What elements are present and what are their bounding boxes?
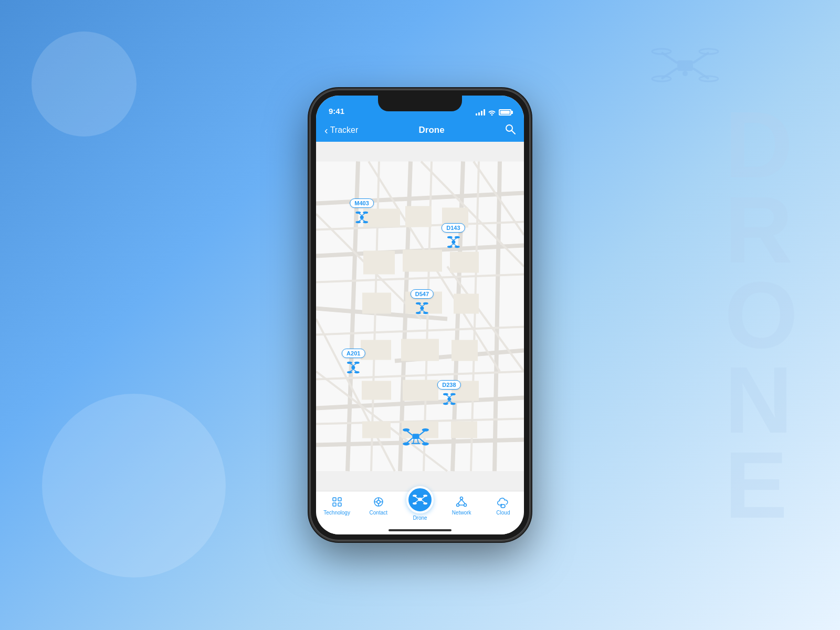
svg-point-81 [416,312,421,314]
svg-point-130 [413,502,417,505]
signal-icon [476,109,485,116]
bg-circle-2 [42,394,226,578]
drone-marker-D547[interactable]: D547 [411,289,434,316]
phone-screen: 9:41 ‹ Tracker Drone [316,96,524,534]
svg-point-99 [443,403,448,405]
svg-rect-115 [333,503,336,506]
drone-marker-A201[interactable]: A201 [342,349,365,375]
svg-point-97 [443,393,448,395]
svg-point-90 [347,371,352,373]
svg-point-83 [352,365,355,369]
nav-bar: ‹ Tracker Drone [316,119,524,142]
svg-point-82 [423,312,428,314]
svg-point-74 [420,306,424,310]
svg-point-64 [363,221,368,223]
svg-point-131 [423,502,427,505]
svg-point-109 [422,443,429,446]
drone-label-M403: M403 [350,198,374,208]
status-time: 9:41 [329,107,344,116]
svg-point-56 [360,216,364,219]
tab-network[interactable]: Network [441,496,482,516]
svg-rect-47 [361,340,391,360]
drone-label-D143: D143 [442,223,465,233]
svg-rect-113 [333,498,336,501]
nav-title: Drone [358,125,505,135]
large-drone-icon [403,427,429,448]
svg-point-9 [682,71,688,76]
svg-rect-55 [451,422,477,438]
svg-point-107 [422,428,429,432]
technology-icon [331,496,343,508]
drone-icon-A201 [346,360,361,375]
svg-rect-46 [454,294,479,314]
tab-network-label: Network [452,510,471,516]
tab-drone[interactable]: Drone [399,496,440,521]
background-drone-text: D R O N E [724,102,798,528]
tab-cloud[interactable]: Cloud [482,496,524,516]
drone-label-D238: D238 [437,380,460,390]
svg-point-88 [347,362,352,364]
svg-rect-44 [362,293,391,314]
tab-contact-label: Contact [370,510,387,516]
drone-icon-D143 [446,235,460,249]
svg-point-63 [355,221,361,223]
drone-marker-D238[interactable]: D238 [437,380,460,406]
drone-tab-icon [413,494,427,506]
drone-icon-M403 [354,210,369,225]
svg-rect-101 [412,434,419,439]
svg-point-5 [652,49,671,54]
tab-technology-label: Technology [323,510,350,516]
svg-point-61 [355,212,361,214]
svg-rect-49 [452,340,478,361]
svg-rect-41 [363,251,395,275]
drone-marker-D143[interactable]: D143 [442,223,465,249]
svg-point-134 [464,504,467,507]
svg-line-11 [512,131,515,134]
svg-point-89 [354,362,360,364]
svg-point-71 [454,236,459,238]
svg-point-132 [460,497,463,500]
home-indicator [388,529,452,531]
svg-point-79 [416,302,421,304]
tab-drone-label: Drone [413,515,427,521]
network-icon [455,496,468,508]
tab-cloud-label: Cloud [496,510,510,516]
wifi-icon [488,109,496,116]
svg-point-91 [354,371,360,373]
svg-rect-43 [450,252,479,273]
battery-icon [499,109,511,116]
svg-point-129 [423,495,427,497]
svg-point-6 [699,49,718,54]
svg-line-111 [417,439,418,444]
drone-label-A201: A201 [342,349,365,358]
map-area[interactable]: M403 D143 [316,142,524,491]
cloud-icon [497,496,509,508]
svg-rect-114 [338,498,341,501]
svg-point-70 [447,236,452,238]
svg-point-133 [457,504,459,507]
status-icons [476,109,511,116]
back-button[interactable]: ‹ Tracker [324,125,358,135]
svg-rect-42 [403,250,442,272]
back-label: Tracker [330,125,359,135]
tab-technology[interactable]: Technology [316,496,358,516]
phone-notch [378,96,462,111]
contact-icon [372,496,385,508]
svg-line-136 [461,500,465,504]
svg-point-72 [447,246,452,248]
drone-icon-D238 [442,392,456,406]
svg-rect-51 [403,380,438,401]
tab-drone-icon-wrap [406,486,434,513]
svg-line-135 [458,500,461,504]
svg-point-92 [447,397,451,401]
svg-rect-53 [362,422,391,438]
svg-rect-39 [405,206,432,227]
svg-point-100 [450,403,456,405]
drone-marker-M403[interactable]: M403 [350,198,374,225]
svg-rect-48 [401,339,439,361]
svg-point-62 [363,212,368,214]
svg-point-73 [454,246,459,248]
active-drone-bottom[interactable] [403,427,429,450]
search-button[interactable] [505,124,516,137]
tab-contact[interactable]: Contact [358,496,399,516]
